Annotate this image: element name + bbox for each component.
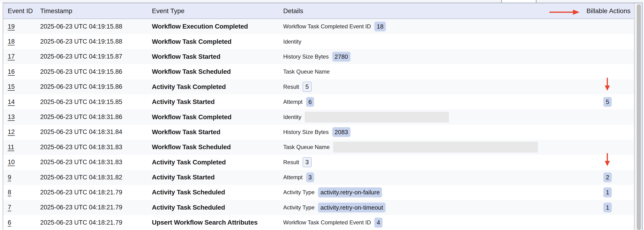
event-id-link[interactable]: 9 <box>8 174 11 181</box>
billable-actions-cell <box>598 79 617 94</box>
event-history-table: Event ID Timestamp Event Type Details Bi… <box>3 3 634 230</box>
column-header-event-id: Event ID <box>8 3 33 19</box>
detail-label: Workflow Task Completed Event ID <box>283 219 371 226</box>
event-row-7[interactable]: 72025-06-23 UTC 04:18:21.79Activity Task… <box>3 200 634 215</box>
details-cell: Activity Typeactivity.retry-on-failure <box>283 185 382 200</box>
event-type: Workflow Task Scheduled <box>152 64 231 79</box>
event-row-19[interactable]: 192025-06-23 UTC 04:19:15.88Workflow Exe… <box>3 19 634 34</box>
timestamp: 2025-06-23 UTC 04:19:15.86 <box>40 79 122 94</box>
column-header-event-type: Event Type <box>152 3 184 19</box>
event-id-link[interactable]: 12 <box>8 128 15 136</box>
event-id-link[interactable]: 6 <box>8 219 11 226</box>
detail-label: Attempt <box>283 99 302 105</box>
detail-value-badge: 18 <box>374 22 386 32</box>
event-row-9[interactable]: 92025-06-23 UTC 04:18:31.82Activity Task… <box>3 170 634 185</box>
event-row-10[interactable]: 102025-06-23 UTC 04:18:31.83Activity Tas… <box>3 155 634 170</box>
detail-label: Workflow Task Completed Event ID <box>283 23 371 30</box>
timestamp: 2025-06-23 UTC 04:18:21.79 <box>40 200 122 215</box>
timestamp: 2025-06-23 UTC 04:18:21.79 <box>40 185 122 200</box>
column-header-billable-actions: Billable Actions <box>586 3 630 19</box>
details-cell: History Size Bytes2083 <box>283 125 350 140</box>
event-id-link[interactable]: 19 <box>8 23 15 30</box>
billable-actions-cell: 5 <box>598 94 617 109</box>
event-id-cell: 13 <box>8 109 15 124</box>
details-cell: Task Queue Name <box>283 64 330 79</box>
event-row-18[interactable]: 182025-06-23 UTC 04:19:15.88Workflow Tas… <box>3 34 634 49</box>
table-right-border <box>634 3 635 230</box>
event-id-cell: 18 <box>8 34 15 49</box>
event-type: Workflow Task Scheduled <box>152 140 231 155</box>
event-id-link[interactable]: 15 <box>8 83 15 90</box>
event-row-12[interactable]: 122025-06-23 UTC 04:18:31.84Workflow Tas… <box>3 125 634 140</box>
detail-label: History Size Bytes <box>283 129 329 135</box>
event-id-link[interactable]: 7 <box>8 204 11 211</box>
event-id-link[interactable]: 13 <box>8 113 15 121</box>
detail-label: Identity <box>283 38 301 45</box>
event-type: Workflow Task Completed <box>152 109 232 124</box>
billable-actions-cell: 1 <box>598 185 617 200</box>
detail-label: Task Queue Name <box>283 144 330 150</box>
billable-actions-cell <box>598 125 617 140</box>
event-id-link[interactable]: 18 <box>8 38 15 45</box>
billable-actions-cell <box>598 19 617 34</box>
detail-value-badge: 4 <box>374 217 382 228</box>
event-row-11[interactable]: 112025-06-23 UTC 04:18:31.83Workflow Tas… <box>3 140 634 155</box>
event-type: Activity Task Scheduled <box>152 185 225 200</box>
detail-label: Activity Type <box>283 204 314 211</box>
event-id-link[interactable]: 11 <box>8 144 14 151</box>
detail-value-badge: activity.retry-on-timeout <box>318 203 385 213</box>
details-cell: Result5 <box>283 79 312 94</box>
billable-actions-cell: 1 <box>598 200 617 215</box>
event-row-17[interactable]: 172025-06-23 UTC 04:19:15.87Workflow Tas… <box>3 49 634 64</box>
timestamp: 2025-06-23 UTC 04:18:31.82 <box>40 170 122 185</box>
event-row-14[interactable]: 142025-06-23 UTC 04:19:15.85Activity Tas… <box>3 94 634 109</box>
billable-actions-cell <box>598 34 617 49</box>
detail-label: Result <box>283 84 299 90</box>
event-id-link[interactable]: 16 <box>8 68 15 75</box>
details-cell: Activity Typeactivity.retry-on-timeout <box>283 200 386 215</box>
detail-label: Task Queue Name <box>283 68 330 75</box>
top-panel-edge <box>501 0 536 3</box>
table-header-row: Event ID Timestamp Event Type Details Bi… <box>3 3 634 19</box>
billable-count-badge: 1 <box>603 187 612 197</box>
event-row-6[interactable]: 62025-06-23 UTC 04:18:21.79Upsert Workfl… <box>3 215 634 230</box>
billable-actions-cell: 2 <box>598 170 617 185</box>
event-id-cell: 8 <box>8 185 11 200</box>
table-body: 192025-06-23 UTC 04:19:15.88Workflow Exe… <box>3 19 634 230</box>
detail-label: History Size Bytes <box>283 53 329 60</box>
timestamp: 2025-06-23 UTC 04:18:31.84 <box>40 125 122 140</box>
details-cell: Workflow Task Completed Event ID4 <box>283 215 382 230</box>
event-id-cell: 14 <box>8 94 15 109</box>
event-id-cell: 19 <box>8 19 15 34</box>
event-row-16[interactable]: 162025-06-23 UTC 04:19:15.86Workflow Tas… <box>3 64 634 79</box>
vertical-scrollbar-thumb[interactable] <box>637 4 641 230</box>
billable-actions-cell <box>598 64 617 79</box>
event-id-cell: 17 <box>8 49 15 64</box>
redacted-value-box <box>305 112 449 123</box>
event-type: Activity Task Started <box>152 94 215 109</box>
event-row-13[interactable]: 132025-06-23 UTC 04:18:31.86Workflow Tas… <box>3 109 634 124</box>
event-row-15[interactable]: 152025-06-23 UTC 04:19:15.86Activity Tas… <box>3 79 634 94</box>
event-row-8[interactable]: 82025-06-23 UTC 04:18:21.79Activity Task… <box>3 185 634 200</box>
panel-right-edge <box>642 3 643 230</box>
event-id-cell: 16 <box>8 64 15 79</box>
redacted-value-box <box>333 142 538 153</box>
details-cell: Result3 <box>283 155 312 170</box>
details-cell: Attempt6 <box>283 94 314 109</box>
event-type: Workflow Task Started <box>152 125 220 140</box>
timestamp: 2025-06-23 UTC 04:19:15.88 <box>40 34 122 49</box>
event-id-cell: 15 <box>8 79 15 94</box>
event-id-link[interactable]: 10 <box>8 159 15 166</box>
event-id-link[interactable]: 17 <box>8 53 15 60</box>
event-id-cell: 11 <box>8 140 14 155</box>
detail-value-badge: 5 <box>302 82 312 92</box>
event-id-cell: 6 <box>8 215 11 230</box>
detail-value-badge: 2083 <box>332 127 350 137</box>
details-cell: Task Queue Name <box>283 140 538 155</box>
event-id-link[interactable]: 8 <box>8 189 11 196</box>
details-cell: Workflow Task Completed Event ID18 <box>283 19 386 34</box>
timestamp: 2025-06-23 UTC 04:18:21.79 <box>40 215 122 230</box>
event-type: Activity Task Scheduled <box>152 200 225 215</box>
event-type: Upsert Workflow Search Attributes <box>152 215 258 230</box>
event-id-link[interactable]: 14 <box>8 98 15 106</box>
